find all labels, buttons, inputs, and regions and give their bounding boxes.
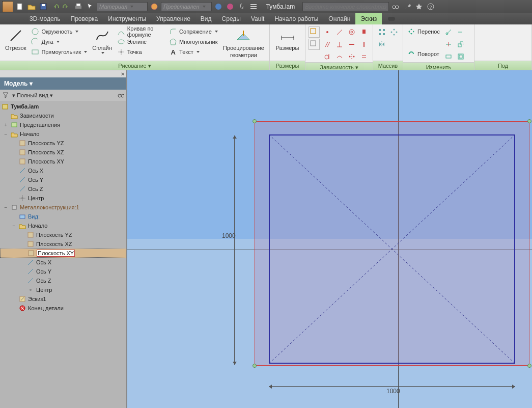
vertical-icon[interactable] (358, 39, 370, 50)
move-button[interactable]: Перенос (406, 26, 441, 37)
dimension-button[interactable]: Размеры (274, 26, 301, 52)
qat-open-icon[interactable] (26, 2, 37, 12)
tree-axis-y[interactable]: Ось Y (0, 175, 126, 184)
tree-plane-xz[interactable]: Плоскость XZ (0, 148, 126, 157)
menu-manage[interactable]: Управление (151, 13, 195, 24)
app-icon[interactable] (2, 1, 13, 12)
split-icon[interactable] (443, 39, 454, 50)
close-icon[interactable]: ✕ (121, 71, 125, 77)
tree-plane-yz-2[interactable]: Плоскость YZ (0, 230, 126, 239)
tree-plane-yz[interactable]: Плоскость YZ (0, 139, 126, 148)
smooth-icon[interactable] (334, 51, 345, 62)
tree-plane-xy[interactable]: Плоскость XY (0, 157, 126, 166)
color2-icon[interactable] (225, 2, 235, 12)
symmetric-icon[interactable] (346, 51, 357, 62)
menu-env[interactable]: Среды (217, 13, 246, 24)
view-combo[interactable]: Представлен (161, 2, 212, 11)
filter-icon[interactable] (2, 91, 9, 99)
tree-center[interactable]: Центр (0, 194, 126, 203)
arc-button[interactable]: Дуга (30, 37, 88, 47)
circle-button[interactable]: Окружность (30, 26, 88, 37)
tree-metallo[interactable]: −Металлоконструкция:1 (0, 203, 126, 212)
tree-axis-x-2[interactable]: Ось X (0, 258, 126, 267)
circ-pattern-icon[interactable] (388, 26, 400, 38)
sketch-rectangle[interactable] (269, 134, 515, 364)
corner-handle[interactable] (527, 119, 531, 123)
rect-pattern-icon[interactable] (376, 26, 387, 38)
rotate-button[interactable]: Поворот (406, 49, 441, 59)
tree-axis-z-2[interactable]: Ось Z (0, 276, 126, 285)
fillet-button[interactable]: Сопряжение (168, 26, 219, 37)
qat-new-icon[interactable] (15, 2, 25, 12)
wrench-icon[interactable] (402, 2, 412, 12)
browser-header[interactable]: Модель ▾ (0, 77, 126, 90)
fix-icon[interactable] (358, 26, 370, 38)
menu-vault[interactable]: Vault (246, 13, 269, 24)
stretch-icon[interactable] (443, 51, 454, 62)
concentric-icon[interactable] (346, 26, 357, 38)
qat-undo-icon[interactable] (50, 2, 60, 12)
tree-origin2[interactable]: −Начало (0, 221, 126, 230)
tree-representations[interactable]: +Представления (0, 120, 126, 129)
coincident-icon[interactable] (322, 26, 333, 38)
menu-online[interactable]: Онлайн (323, 13, 355, 24)
offset-icon[interactable] (455, 51, 466, 62)
dim-width-value[interactable]: 1000 (386, 388, 400, 395)
menu-check[interactable]: Проверка (66, 13, 103, 24)
tree-sketch[interactable]: Эскиз1 (0, 294, 126, 304)
tree-deps[interactable]: Зависимости (0, 111, 126, 120)
tree-axis-z[interactable]: Ось Z (0, 184, 126, 194)
menu-finish-icon[interactable] (382, 13, 402, 24)
rect-button[interactable]: Прямоугольник (30, 47, 88, 57)
corner-handle[interactable] (253, 119, 257, 123)
corner-handle[interactable] (253, 364, 257, 368)
full-view-button[interactable]: ▾ Полный вид ▾ (12, 92, 53, 99)
menu-view[interactable]: Вид (195, 13, 217, 24)
qat-save-icon[interactable] (38, 2, 48, 12)
formula-curve-button[interactable]: Кривая по формуле (116, 26, 166, 37)
binoculars-icon[interactable] (390, 2, 401, 12)
material-combo[interactable]: Материал (97, 2, 148, 11)
qat-redo-icon[interactable] (62, 2, 72, 12)
menu-start[interactable]: Начало работы (269, 13, 323, 24)
find-icon[interactable] (117, 91, 124, 99)
color-icon[interactable] (213, 2, 223, 12)
options-icon[interactable] (248, 2, 259, 12)
tangent-icon[interactable] (322, 51, 333, 62)
horizontal-icon[interactable] (346, 39, 357, 50)
menu-3dmodel[interactable]: 3D-модель (24, 13, 66, 24)
menu-tools[interactable]: Инструменты (103, 13, 151, 24)
point-button[interactable]: Точка (116, 47, 166, 57)
mirror-icon[interactable] (376, 39, 387, 50)
ellipse-button[interactable]: Эллипс (116, 37, 166, 47)
star-icon[interactable] (414, 2, 424, 12)
dim-height-value[interactable]: 1000 (222, 232, 236, 239)
search-input[interactable] (302, 2, 389, 11)
menu-sketch[interactable]: Эскиз (355, 13, 382, 24)
tree-origin[interactable]: −Начало (0, 129, 126, 139)
spline-button[interactable]: Сплайн (90, 26, 114, 55)
panel-draw-label[interactable]: Рисование ▾ (0, 61, 269, 70)
project-geom-button[interactable]: Проецирование геометрии (221, 26, 266, 59)
qat-print-icon[interactable] (73, 2, 83, 12)
tree-root[interactable]: Тумба.iam (0, 102, 126, 111)
constraint-auto-icon[interactable] (309, 39, 320, 50)
collinear-icon[interactable] (334, 26, 345, 38)
line-button[interactable]: Отрезок (3, 26, 28, 52)
tree-view[interactable]: Вид: (0, 212, 126, 221)
polygon-button[interactable]: Многоугольник (168, 37, 219, 47)
tree-plane-xz-2[interactable]: Плоскость XZ (0, 239, 126, 249)
equal-icon[interactable] (358, 51, 370, 62)
tree-axis-x[interactable]: Ось X (0, 166, 126, 175)
tree-plane-xy-2[interactable]: Плоскость XY (0, 249, 126, 258)
qat-select-icon[interactable] (85, 2, 95, 12)
trim-icon[interactable] (443, 26, 454, 38)
tree-end[interactable]: Конец детали (0, 304, 126, 313)
tree-center-2[interactable]: Центр (0, 285, 126, 294)
extend-icon[interactable] (455, 26, 466, 38)
help-icon[interactable]: ? (426, 2, 436, 12)
perpendicular-icon[interactable] (334, 39, 345, 50)
scale-icon[interactable] (455, 39, 466, 50)
text-button[interactable]: AТекст (168, 47, 219, 57)
sketch-canvas[interactable]: 1000 1000 (127, 70, 532, 408)
